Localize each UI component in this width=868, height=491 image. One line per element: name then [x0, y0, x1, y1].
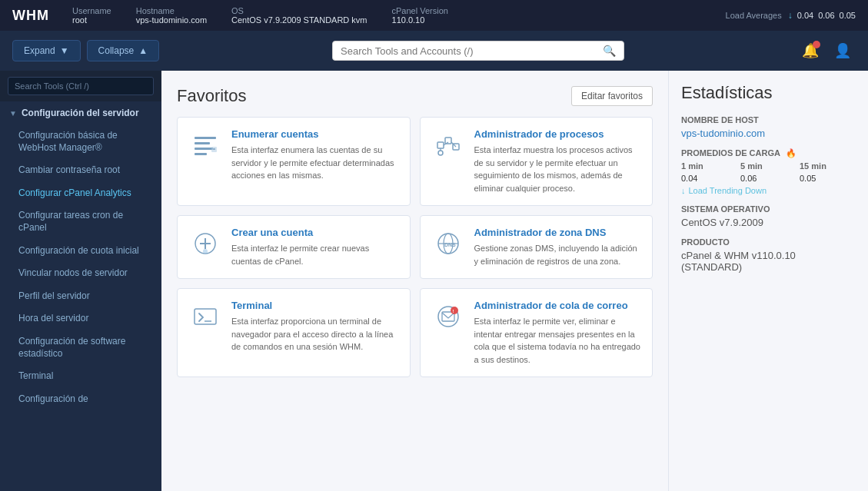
whm-logo: WHM [12, 8, 49, 24]
fire-icon: 🔥 [786, 148, 796, 158]
sidebar-section-label: Configuración del servidor [22, 108, 139, 118]
svg-rect-1 [195, 142, 210, 144]
toolbar-icons: 🔔 👤 [797, 38, 856, 64]
sidebar-item-vincular-nodos[interactable]: Vincular nodos de servidor [0, 262, 161, 285]
expand-button[interactable]: Expand ▼ [12, 40, 81, 61]
username-label: Username [72, 6, 111, 15]
terminal-icon [188, 300, 222, 333]
load-15min: 0.05 [840, 11, 856, 20]
card-correo-content: Administrador de cola de correo Esta int… [474, 300, 642, 366]
collapse-button[interactable]: Collapse ▲ [87, 40, 160, 61]
svg-rect-3 [195, 153, 207, 155]
card-crear-cuenta[interactable]: Crear una cuenta Esta interfaz le permit… [177, 215, 411, 279]
main-layout: ▼ Configuración del servidor Configuraci… [0, 71, 868, 491]
svg-rect-7 [445, 138, 451, 144]
load-val-1: 0.04 [681, 174, 737, 183]
os-value: CentOS v7.9.2009 STANDARD kvm [231, 15, 367, 25]
card-terminal-desc: Esta interfaz proporciona un terminal de… [231, 315, 399, 353]
hostname-value: vps-tudominio.com [136, 15, 207, 25]
list-icon [188, 128, 222, 162]
sidebar-item-cambiar-contrasena[interactable]: Cambiar contraseña root [0, 159, 161, 182]
create-account-icon [188, 227, 222, 260]
edit-favorites-button[interactable]: Editar favoritos [571, 86, 653, 106]
card-procesos-desc: Esta interfaz muestra los procesos activ… [474, 144, 642, 194]
svg-text:DNS: DNS [444, 242, 456, 247]
os-stat-label: Sistema operativo [681, 204, 856, 214]
process-icon [431, 128, 465, 162]
card-procesos[interactable]: Administrador de procesos Esta interfaz … [420, 117, 653, 206]
sidebar-item-tareas-cron[interactable]: Configurar tareas cron de cPanel [0, 204, 161, 239]
sidebar-item-configurar-cpanel[interactable]: Configurar cPanel Analytics [0, 182, 161, 205]
expand-arrow-icon: ▼ [60, 45, 69, 56]
os-stat-value: CentOS v7.9.2009 [681, 217, 856, 228]
hostname-stat-label: Nombre de host [681, 115, 856, 124]
user-profile-button[interactable]: 👤 [830, 38, 856, 64]
load-5min-header: 5 min [740, 161, 796, 171]
product-stat-label: Producto [681, 237, 856, 247]
sidebar-item-perfil[interactable]: Perfil del servidor [0, 285, 161, 308]
dns-icon: DNS [431, 227, 465, 260]
svg-line-10 [451, 142, 456, 147]
search-bar: 🔍 [332, 41, 624, 61]
username-group: Username root [72, 6, 111, 25]
card-crear-content: Crear una cuenta Esta interfaz le permit… [231, 227, 399, 267]
cpanel-version-group: cPanel Version 110.0.10 [392, 6, 448, 25]
card-dns[interactable]: DNS Administrador de zona DNS Gestione z… [420, 215, 653, 279]
svg-rect-0 [195, 137, 216, 139]
username-value: root [72, 15, 87, 25]
sidebar-item-config-basica[interactable]: Configuración básica de WebHost Manager® [0, 124, 161, 159]
sidebar-item-terminal[interactable]: Terminal [0, 365, 161, 388]
collapse-arrow-icon: ▲ [138, 45, 148, 56]
load-stat-label: Promedios de carga 🔥 [681, 148, 856, 158]
sidebar-item-configuracion-de[interactable]: Configuración de [0, 388, 161, 411]
svg-point-16 [203, 249, 208, 254]
card-enumerar-content: Enumerar cuentas Esta interfaz enumera l… [231, 128, 399, 194]
load-label: Load Averages [726, 11, 782, 20]
card-correo[interactable]: ! Administrador de cola de correo Esta i… [420, 288, 653, 377]
sidebar: ▼ Configuración del servidor Configuraci… [0, 71, 161, 491]
svg-point-25 [451, 307, 458, 314]
card-enumerar-cuentas[interactable]: Enumerar cuentas Esta interfaz enumera l… [177, 117, 411, 206]
collapse-label: Collapse [98, 45, 135, 56]
estadisticas-panel: Estadísticas Nombre de host vps-tudomini… [668, 71, 868, 491]
load-1min: 0.04 [797, 11, 813, 20]
card-procesos-title: Administrador de procesos [474, 128, 642, 140]
search-input[interactable] [341, 45, 603, 57]
card-terminal[interactable]: Terminal Esta interfaz proporciona un te… [177, 288, 411, 377]
search-container: 🔍 [165, 41, 791, 61]
sidebar-search-container [0, 71, 161, 101]
svg-rect-6 [437, 142, 444, 148]
trending-down-icon: ↓ [681, 186, 686, 195]
sidebar-item-cuota-inicial[interactable]: Configuración de cuota inicial [0, 240, 161, 263]
toolbar: Expand ▼ Collapse ▲ 🔍 🔔 👤 [0, 31, 868, 71]
sidebar-search-input[interactable] [8, 77, 154, 95]
content-area: Favoritos Editar favoritos [161, 71, 868, 491]
load-trending-text: Load Trending Down [689, 186, 767, 195]
card-terminal-content: Terminal Esta interfaz proporciona un te… [231, 300, 399, 366]
card-terminal-title: Terminal [231, 300, 399, 311]
load-15min-header: 15 min [800, 161, 856, 171]
card-dns-content: Administrador de zona DNS Gestione zonas… [474, 227, 642, 267]
hostname-label: Hostname [136, 6, 207, 15]
svg-text:!: ! [452, 309, 454, 314]
expand-label: Expand [24, 45, 55, 56]
user-icon: 👤 [834, 42, 851, 59]
product-stat-value: cPanel & WHM v110.0.10 (STANDARD) [681, 250, 856, 273]
estadisticas-title: Estadísticas [681, 83, 856, 103]
sidebar-section-header[interactable]: ▼ Configuración del servidor [0, 101, 161, 124]
card-enumerar-title: Enumerar cuentas [231, 128, 399, 140]
load-trending: ↓ Load Trending Down [681, 186, 856, 195]
sidebar-item-software-estadistico[interactable]: Configuración de software estadístico [0, 330, 161, 365]
os-group: OS CentOS v7.9.2009 STANDARD kvm [231, 6, 367, 25]
sidebar-item-hora[interactable]: Hora del servidor [0, 307, 161, 330]
hostname-stat-value: vps-tudominio.com [681, 128, 856, 139]
card-enumerar-desc: Esta interfaz enumera las cuentas de su … [231, 144, 399, 182]
notifications-button[interactable]: 🔔 [797, 38, 823, 64]
favoritos-section: Favoritos Editar favoritos [161, 71, 668, 491]
card-correo-desc: Esta interfaz le permite ver, eliminar e… [474, 315, 642, 366]
load-values: ↓ 0.04 0.06 0.05 [788, 10, 856, 21]
load-val-2: 0.06 [740, 174, 796, 183]
top-bar: WHM Username root Hostname vps-tudominio… [0, 0, 868, 31]
card-dns-desc: Gestione zonas DMS, incluyendo la adició… [474, 242, 642, 267]
load-1min-header: 1 min [681, 161, 737, 171]
